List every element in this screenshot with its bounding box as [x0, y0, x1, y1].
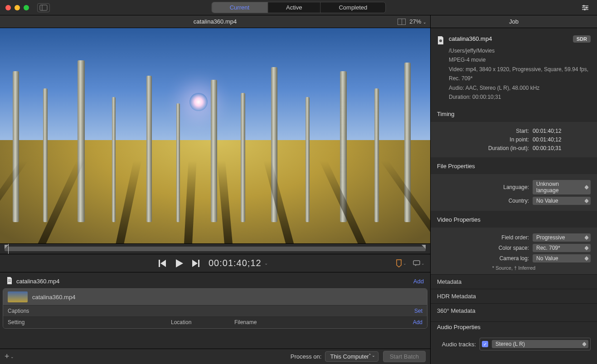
tab-current[interactable]: Current	[212, 2, 268, 13]
svg-rect-0	[40, 5, 47, 10]
batch-add-link[interactable]: Add	[413, 278, 424, 285]
batch-source-row[interactable]: catalina360.mp4	[3, 289, 427, 306]
audio-props-section-title: Audio Properties	[431, 321, 597, 332]
batch-list: catalina360.mp4 Captions Set Setting Loc…	[3, 288, 427, 329]
video-preview[interactable]	[0, 28, 430, 243]
out-point-handle[interactable]	[422, 245, 426, 249]
file-document-icon	[437, 36, 445, 45]
tab-completed[interactable]: Completed	[320, 2, 385, 13]
file-video-info: Video: mp4, 3840 x 1920, Progressive, Sq…	[449, 65, 591, 83]
field-order-select[interactable]: Progressive	[533, 233, 591, 242]
country-select[interactable]: No Value	[533, 197, 591, 205]
batch-job-header: catalina360.mp4 Add	[3, 274, 427, 288]
svg-rect-12	[198, 260, 199, 267]
captions-set-link[interactable]: Set	[414, 308, 422, 314]
play-button[interactable]	[175, 259, 183, 267]
file-props-section-title: File Properties	[431, 161, 597, 171]
prev-frame-button[interactable]	[159, 260, 166, 267]
compare-view-button[interactable]	[398, 19, 406, 25]
360-metadata-section[interactable]: 360° Metadata	[431, 303, 597, 318]
video-props-footnote: * Source, † Inferred	[437, 265, 591, 271]
metadata-section[interactable]: Metadata	[431, 274, 597, 289]
sdr-badge: SDR	[573, 35, 591, 43]
playhead[interactable]	[8, 244, 9, 254]
col-filename: Filename	[234, 319, 413, 325]
svg-rect-13	[413, 261, 420, 265]
inspector-panel: Job catalina360.mp4 SDR /Users/jeffy/Mov…	[431, 15, 597, 364]
marker-menu-button[interactable]: ⌄	[396, 260, 407, 267]
start-value: 00:01:40;12	[533, 128, 591, 134]
preview-header: catalina360.mp4 27% ⌄	[0, 15, 430, 28]
start-label: Start:	[437, 128, 533, 134]
preview-title: catalina360.mp4	[194, 18, 237, 25]
next-frame-button[interactable]	[192, 260, 199, 267]
svg-rect-9	[159, 260, 160, 267]
transport-bar: 00:01:40;12 ⌄ ⌄ ⌄	[0, 254, 430, 272]
timeline-track[interactable]	[5, 247, 426, 251]
file-metadata: /Users/jeffy/Movies MPEG-4 movie Video: …	[449, 46, 591, 102]
language-label: Language:	[437, 184, 533, 190]
timeline[interactable]	[0, 243, 430, 254]
process-on-select[interactable]: This Computer ⌃⌄	[325, 351, 378, 362]
svg-marker-10	[176, 259, 183, 267]
source-filename: catalina360.mp4	[32, 294, 75, 301]
svg-point-3	[583, 5, 585, 7]
sidebar-toggle-button[interactable]	[37, 3, 50, 12]
video-props-section-title: Video Properties	[431, 214, 597, 225]
footer-bar: +⌄ Process on: This Computer ⌃⌄ Start Ba…	[0, 349, 430, 364]
audio-tracks-label: Audio tracks:	[437, 341, 480, 348]
color-space-select[interactable]: Rec. 709*	[533, 244, 591, 252]
settings-add-link[interactable]: Add	[413, 319, 422, 325]
tab-active[interactable]: Active	[268, 2, 320, 13]
color-space-label: Color space:	[437, 245, 533, 251]
process-on-label: Process on:	[291, 353, 322, 360]
start-batch-button[interactable]: Start Batch	[383, 351, 426, 362]
add-menu-button[interactable]: +⌄	[5, 352, 14, 361]
minimize-window-button[interactable]	[15, 5, 20, 10]
comment-menu-button[interactable]: ⌄	[413, 260, 425, 267]
view-tabs: Current Active Completed	[211, 2, 386, 13]
file-path: /Users/jeffy/Movies	[449, 46, 591, 55]
timing-group: Start:00:01:40;12 In point:00:01:40;12 D…	[431, 122, 597, 157]
audio-track-checkbox[interactable]	[482, 341, 488, 347]
file-duration: Duration: 00:00:10;31	[449, 92, 591, 102]
svg-rect-15	[8, 280, 11, 280]
language-select[interactable]: Unknown language	[533, 180, 591, 194]
camera-log-select[interactable]: No Value	[533, 254, 591, 262]
field-order-label: Field order:	[437, 234, 533, 241]
titlebar: Current Active Completed	[0, 0, 597, 15]
inspector-header: Job	[431, 15, 597, 28]
file-container: MPEG-4 movie	[449, 55, 591, 64]
fullscreen-window-button[interactable]	[24, 5, 29, 10]
preview-image	[0, 28, 430, 243]
svg-marker-11	[192, 260, 198, 267]
audio-track-select[interactable]: Stereo (L R)	[492, 340, 588, 348]
duration-label: Duration (in-out):	[437, 145, 533, 151]
close-window-button[interactable]	[5, 5, 11, 10]
hdr-metadata-section[interactable]: HDR Metadata	[431, 289, 597, 303]
timing-section-title: Timing	[431, 109, 597, 119]
camera-log-label: Camera log:	[437, 255, 533, 262]
captions-row: Captions Set	[3, 306, 427, 317]
batch-panel: catalina360.mp4 Add catalina360.mp4 Capt…	[0, 272, 430, 349]
svg-point-7	[584, 9, 586, 10]
file-props-group: Language:Unknown language Country:No Val…	[431, 174, 597, 211]
captions-label: Captions	[8, 308, 29, 314]
inpoint-label: In point:	[437, 136, 533, 143]
country-label: Country:	[437, 198, 533, 204]
file-name: catalina360.mp4	[449, 35, 492, 42]
timecode-display[interactable]: 00:01:40;12 ⌄	[209, 258, 268, 268]
svg-point-17	[439, 39, 442, 42]
svg-marker-8	[160, 260, 166, 267]
inspector-toggle-button[interactable]	[579, 3, 592, 12]
zoom-level-dropdown[interactable]: 27% ⌄	[409, 18, 427, 25]
duration-value: 00:00:10;31	[533, 145, 591, 151]
settings-header-row: Setting Location Filename Add	[3, 317, 427, 328]
file-info-section: catalina360.mp4 SDR /Users/jeffy/Movies …	[431, 32, 597, 105]
svg-point-5	[586, 7, 587, 9]
audio-tracks-row: Audio tracks: Stereo (L R)	[431, 335, 597, 353]
col-setting: Setting	[8, 319, 171, 325]
col-location: Location	[171, 319, 234, 325]
batch-job-title: catalina360.mp4	[16, 278, 59, 285]
inpoint-value: 00:01:40;12	[533, 136, 591, 143]
